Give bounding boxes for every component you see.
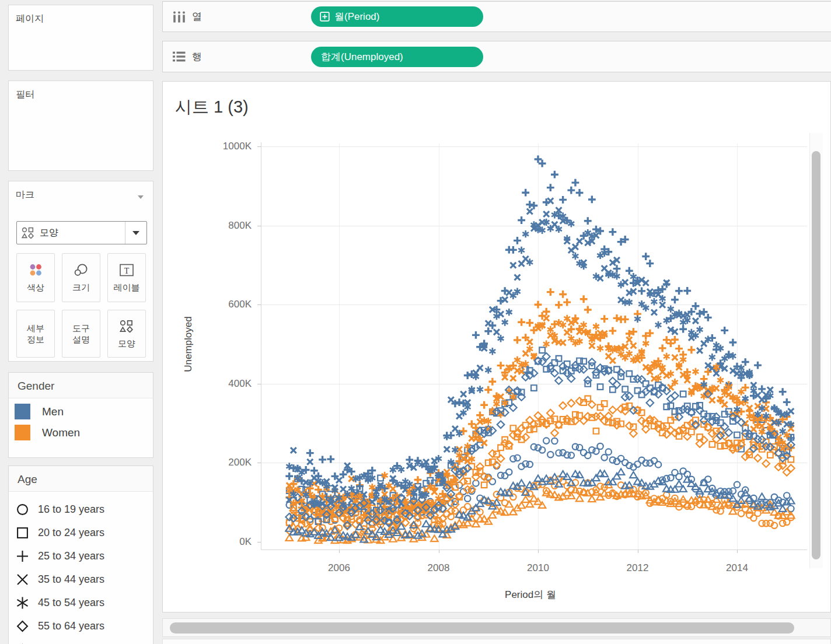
age-legend-item-label: 55 to 64 years — [38, 620, 104, 632]
y-axis-tick-label: 800K — [186, 220, 252, 232]
y-axis-title[interactable]: Unemployed — [183, 222, 194, 467]
age-legend-item-label: 45 to 54 years — [38, 597, 104, 609]
label-button[interactable]: T 레이블 — [107, 253, 146, 302]
pages-shelf[interactable]: 페이지 — [8, 5, 153, 71]
age-legend-item[interactable] — [9, 638, 153, 644]
shape-button-label: 모양 — [118, 338, 135, 349]
tooltip-button[interactable]: 도구 설명 — [62, 310, 100, 358]
tableau-workspace: 페이지 필터 마크 모양 색상 — [0, 0, 831, 644]
worksheet-view: 시트 1 (3) Unemployed 0K200K400K600K800K10… — [162, 81, 831, 612]
size-icon — [74, 262, 89, 278]
x-axis-title[interactable]: Period의 월 — [414, 588, 647, 601]
age-legend-item[interactable]: 35 to 44 years — [9, 568, 153, 591]
columns-shelf[interactable]: 열 월(Period) — [162, 1, 831, 32]
pages-shelf-label: 페이지 — [9, 5, 153, 25]
rows-pill[interactable]: 합계(Unemployed) — [311, 47, 483, 67]
gender-legend-title: Gender — [9, 373, 153, 398]
age-legend-item-label: 20 to 24 years — [38, 527, 104, 539]
age-legend-title: Age — [9, 466, 153, 492]
sheet-title[interactable]: 시트 1 (3) — [175, 96, 249, 119]
columns-icon — [172, 10, 186, 23]
x-axis-tick-label: 2012 — [603, 562, 673, 574]
age-legend-item[interactable]: 55 to 64 years — [9, 614, 153, 638]
vertical-scrollbar-thumb[interactable] — [812, 151, 820, 559]
label-button-label: 레이블 — [114, 282, 140, 293]
y-axis-tick-label: 600K — [186, 299, 252, 310]
y-axis-tick-label: 0K — [186, 536, 252, 548]
age-legend-item[interactable]: 45 to 54 years — [9, 591, 153, 614]
columns-pill[interactable]: 월(Period) — [311, 6, 483, 27]
rows-shelf-label: 행 — [192, 50, 202, 64]
label-icon: T — [119, 262, 134, 278]
columns-pill-label: 월(Period) — [334, 10, 379, 23]
x-axis-tick-label: 2006 — [304, 562, 374, 574]
next-card-edge — [162, 639, 831, 644]
men-label: Men — [42, 405, 64, 418]
shape-icon — [120, 318, 134, 334]
age-legend-item-label: 35 to 44 years — [38, 573, 104, 586]
shape-button[interactable]: 모양 — [107, 310, 146, 358]
legend-item-men[interactable]: Men — [15, 404, 153, 419]
color-button[interactable]: 색상 — [16, 253, 55, 302]
age-legend-item[interactable]: 20 to 24 years — [9, 521, 153, 544]
age-legend: Age 16 to 19 years20 to 24 years25 to 34… — [8, 466, 153, 644]
horizontal-scrollbar-thumb[interactable] — [170, 622, 794, 634]
marks-panel: 마크 모양 색상 — [8, 181, 153, 362]
horizontal-scrollbar[interactable] — [162, 618, 831, 637]
svg-text:T: T — [124, 266, 130, 275]
rows-shelf[interactable]: 행 합계(Unemployed) — [162, 41, 831, 72]
women-label: Women — [42, 426, 80, 439]
marks-panel-title: 마크 — [9, 181, 153, 201]
age-legend-items: 16 to 19 years20 to 24 years25 to 34 yea… — [9, 492, 153, 644]
vertical-scrollbar[interactable] — [809, 133, 823, 568]
age-legend-item-label: 25 to 34 years — [38, 550, 104, 562]
gender-legend: Gender Men Women — [8, 372, 153, 458]
mark-type-dropdown-arrow[interactable] — [125, 222, 146, 244]
age-legend-item-label: 16 to 19 years — [38, 503, 104, 516]
marks-collapse-caret-icon[interactable] — [138, 195, 144, 199]
size-button[interactable]: 크기 — [62, 253, 100, 302]
y-axis-tick-label: 200K — [186, 457, 252, 468]
women-color-swatch — [15, 425, 30, 440]
rows-pill-label: 합계(Unemployed) — [321, 50, 403, 64]
detail-button[interactable]: 세부 정보 — [16, 310, 55, 358]
men-color-swatch — [15, 404, 30, 419]
y-axis-tick-label: 400K — [186, 378, 252, 390]
filters-shelf[interactable]: 필터 — [8, 80, 153, 171]
scatter-plot[interactable] — [256, 132, 812, 553]
legend-item-women[interactable]: Women — [15, 425, 153, 440]
shape-mark-icon — [22, 227, 34, 239]
color-icon — [29, 262, 43, 278]
y-axis-tick-label: 1000K — [186, 141, 252, 152]
mark-type-dropdown[interactable]: 모양 — [16, 221, 147, 244]
expand-field-icon — [320, 12, 330, 22]
x-axis-tick-label: 2008 — [404, 562, 474, 574]
tooltip-button-label: 도구 설명 — [68, 323, 94, 345]
color-button-label: 색상 — [27, 282, 44, 293]
filters-shelf-label: 필터 — [9, 81, 153, 101]
age-legend-item[interactable]: 16 to 19 years — [9, 498, 153, 521]
age-legend-item[interactable]: 25 to 34 years — [9, 544, 153, 568]
size-button-label: 크기 — [72, 282, 90, 293]
x-axis-tick-label: 2010 — [503, 562, 573, 574]
columns-shelf-label: 열 — [192, 10, 202, 23]
mark-type-label: 모양 — [40, 227, 125, 239]
detail-button-label: 세부 정보 — [23, 323, 48, 345]
x-axis-tick-label: 2014 — [702, 562, 772, 574]
rows-icon — [172, 50, 186, 63]
